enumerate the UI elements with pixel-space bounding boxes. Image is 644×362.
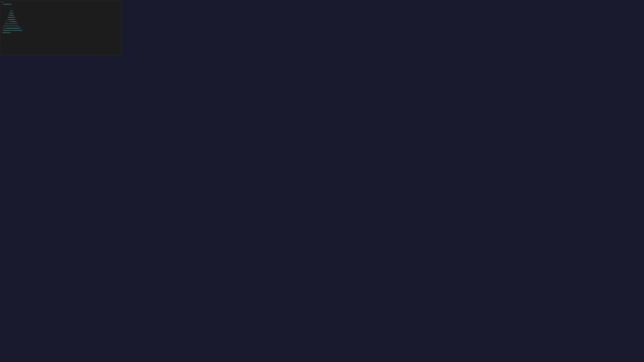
- neofetch-ascii: # ~ → neofetch -` .o+` `ooo/ `+oooo: `+o…: [2, 1, 32, 54]
- neofetch-panel: # ~ → neofetch -` .o+` `ooo/ `+oooo: `+o…: [0, 0, 122, 55]
